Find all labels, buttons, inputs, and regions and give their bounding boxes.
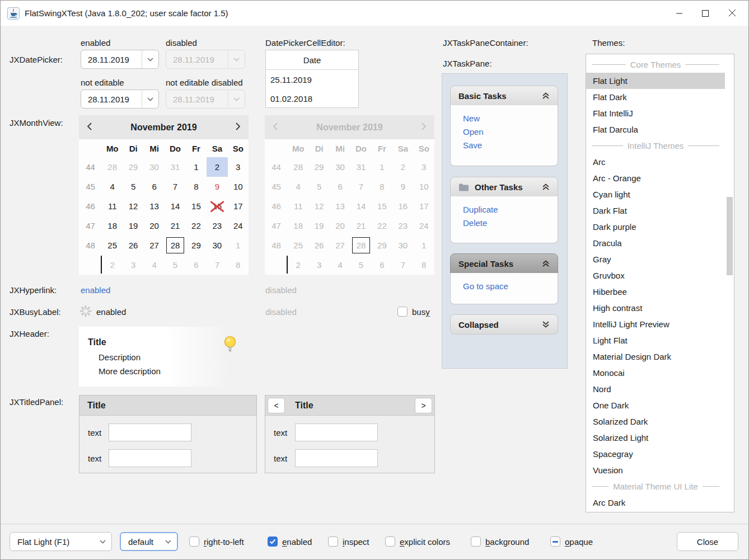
- day-cell[interactable]: 1: [228, 236, 249, 255]
- table-header-date[interactable]: Date: [266, 50, 358, 70]
- chevron-down-icon[interactable]: [142, 50, 158, 68]
- theme-item[interactable]: Light Flat: [586, 332, 725, 349]
- task-link-save[interactable]: Save: [451, 138, 558, 152]
- day-cell[interactable]: 23: [207, 216, 227, 236]
- task-link-duplicate[interactable]: Duplicate: [451, 203, 558, 216]
- checkbox-box-indeterminate[interactable]: [550, 537, 560, 547]
- day-cell[interactable]: 5: [123, 177, 143, 196]
- day-cell[interactable]: 29: [186, 236, 207, 255]
- datepicker-value[interactable]: 28.11.2019: [81, 90, 142, 108]
- double-chevron-down-icon[interactable]: [542, 321, 550, 328]
- double-chevron-up-icon[interactable]: [542, 92, 550, 100]
- hyperlink-enabled[interactable]: enabled: [81, 285, 110, 295]
- task-link-new[interactable]: New: [451, 111, 558, 125]
- theme-item[interactable]: Spacegray: [586, 446, 725, 462]
- theme-item[interactable]: Arc Dark Contrast: [586, 511, 725, 512]
- day-cell[interactable]: 21: [165, 216, 185, 236]
- checkbox-box[interactable]: [397, 307, 408, 317]
- text-field[interactable]: [295, 449, 378, 467]
- text-field[interactable]: [109, 449, 191, 467]
- day-cell[interactable]: 7: [207, 255, 227, 275]
- day-cell[interactable]: 5: [165, 255, 185, 275]
- checkbox-box[interactable]: [385, 537, 395, 547]
- theme-item[interactable]: Dracula: [586, 235, 725, 251]
- day-cell[interactable]: 14: [165, 196, 185, 216]
- chevron-left-icon[interactable]: [87, 122, 92, 133]
- day-cell[interactable]: 3: [123, 255, 143, 275]
- day-cell[interactable]: 31: [165, 157, 185, 177]
- text-field[interactable]: [295, 423, 378, 441]
- checkbox-box-checked[interactable]: [268, 537, 278, 547]
- day-cell[interactable]: 30: [207, 236, 227, 255]
- day-cell[interactable]: 12: [123, 196, 143, 216]
- theme-item[interactable]: Arc Dark: [586, 495, 725, 511]
- day-cell[interactable]: 25: [102, 236, 123, 255]
- theme-item[interactable]: Dark Flat: [586, 203, 725, 219]
- day-cell[interactable]: 2: [102, 255, 123, 275]
- day-cell[interactable]: 24: [228, 216, 249, 236]
- taskpane-other-header[interactable]: Other Tasks: [450, 177, 558, 197]
- theme-item[interactable]: One Dark: [586, 397, 725, 413]
- day-cell[interactable]: 11: [102, 196, 123, 216]
- theme-item[interactable]: Monocai: [586, 365, 725, 381]
- scrollbar-thumb[interactable]: [727, 197, 733, 275]
- day-cell[interactable]: 4: [102, 177, 123, 196]
- taskpane-special-header[interactable]: Special Tasks: [450, 253, 558, 274]
- theme-item[interactable]: Hiberbee: [586, 284, 725, 300]
- task-link-delete[interactable]: Delete: [451, 216, 558, 229]
- theme-combobox[interactable]: Flat Light (F1): [10, 532, 112, 551]
- day-cell[interactable]: 1: [186, 157, 207, 177]
- theme-item[interactable]: IntelliJ Light Preview: [586, 316, 725, 332]
- checkbox-box[interactable]: [189, 537, 199, 547]
- theme-item[interactable]: Nord: [586, 381, 725, 397]
- theme-item[interactable]: High contrast: [586, 300, 725, 316]
- day-cell[interactable]: 26: [123, 236, 143, 255]
- right-to-left-checkbox[interactable]: right-to-left: [189, 532, 244, 551]
- theme-item[interactable]: Gray: [586, 251, 725, 267]
- day-cell[interactable]: 19: [123, 216, 143, 236]
- checkbox-box[interactable]: [328, 537, 338, 547]
- double-chevron-up-icon[interactable]: [542, 260, 550, 267]
- taskpane-basic-header[interactable]: Basic Tasks: [450, 86, 558, 106]
- chevron-right-icon[interactable]: [235, 122, 241, 133]
- prev-button[interactable]: <: [268, 398, 285, 413]
- day-cell[interactable]: 17: [228, 196, 249, 216]
- table-row[interactable]: 25.11.2019: [266, 70, 358, 89]
- theme-item[interactable]: Gruvbox: [586, 267, 725, 284]
- taskpane-collapsed-header[interactable]: Collapsed: [450, 314, 558, 335]
- theme-item[interactable]: Cyan light: [586, 186, 725, 203]
- theme-item[interactable]: Dark purple: [586, 219, 725, 235]
- datepicker-not-editable[interactable]: 28.11.2019: [81, 90, 159, 109]
- day-cell[interactable]: 7: [165, 177, 185, 196]
- explicit-colors-checkbox[interactable]: explicit colors: [385, 532, 450, 551]
- minimize-button[interactable]: [667, 1, 692, 26]
- day-cell-flagged[interactable]: 9: [207, 177, 227, 196]
- theme-item[interactable]: Flat Darcula: [586, 121, 725, 138]
- background-checkbox[interactable]: background: [471, 532, 529, 551]
- day-cell[interactable]: 27: [144, 236, 165, 255]
- day-cell[interactable]: 8: [228, 255, 249, 275]
- day-cell[interactable]: 13: [144, 196, 165, 216]
- theme-item[interactable]: Flat Dark: [586, 89, 725, 105]
- day-cell[interactable]: 28: [102, 157, 123, 177]
- checkbox-box[interactable]: [471, 537, 481, 547]
- close-button[interactable]: Close: [677, 532, 738, 551]
- day-cell[interactable]: 18: [102, 216, 123, 236]
- maximize-button[interactable]: [692, 1, 718, 26]
- enabled-checkbox[interactable]: enabled: [268, 532, 312, 551]
- day-cell[interactable]: 8: [186, 177, 207, 196]
- day-cell-selected[interactable]: 2: [207, 157, 227, 177]
- inspect-checkbox[interactable]: inspect: [328, 532, 369, 551]
- double-chevron-up-icon[interactable]: [542, 183, 550, 191]
- theme-item[interactable]: Solarized Light: [586, 430, 725, 446]
- mode-combobox[interactable]: default: [120, 532, 178, 551]
- theme-item[interactable]: Flat IntelliJ: [586, 105, 725, 121]
- opaque-checkbox[interactable]: opaque: [550, 532, 593, 551]
- text-field[interactable]: [109, 423, 191, 441]
- task-link-go-to-space[interactable]: Go to space: [451, 279, 558, 293]
- theme-item[interactable]: Arc - Orange: [586, 170, 725, 186]
- theme-item-selected[interactable]: Flat Light: [586, 73, 725, 89]
- datepicker-value[interactable]: 28.11.2019: [81, 50, 142, 68]
- theme-item[interactable]: Vuesion: [586, 462, 725, 478]
- theme-item[interactable]: Material Design Dark: [586, 349, 725, 365]
